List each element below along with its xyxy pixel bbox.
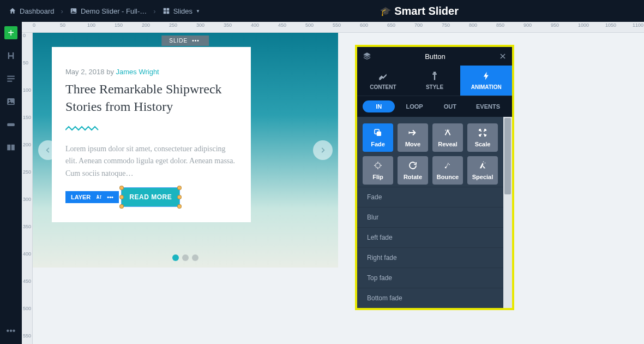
post-date: May 2, 2018 by: [65, 68, 116, 76]
selection-handle[interactable]: [177, 204, 182, 209]
scrollbar-thumb[interactable]: [504, 118, 511, 194]
add-layer-button[interactable]: +: [4, 26, 17, 39]
breadcrumb-slider[interactable]: Demo Slider - Full-…: [67, 5, 150, 17]
anim-scale-button[interactable]: Scale: [467, 123, 498, 152]
properties-panel: Button CONTENT STYLE ANIMATION IN LOOP O…: [355, 45, 514, 310]
breadcrumb-slider-label: Demo Slider - Full-…: [81, 7, 147, 15]
more-tools[interactable]: •••: [4, 324, 17, 337]
scrollbar[interactable]: [503, 117, 512, 308]
subtab-loop[interactable]: LOOP: [398, 100, 430, 112]
svg-rect-15: [432, 74, 437, 75]
read-more-button[interactable]: READ MORE: [122, 188, 179, 206]
tab-animation[interactable]: ANIMATION: [460, 66, 512, 96]
content-card[interactable]: May 2, 2018 by James Wright Three Remark…: [52, 47, 251, 222]
animation-list: FadeBlurLeft fadeRight fadeTop fadeBotto…: [357, 187, 503, 308]
tab-style[interactable]: STYLE: [409, 66, 461, 96]
close-icon[interactable]: [499, 52, 507, 60]
flip-icon: [373, 161, 383, 170]
divider-zigzag: [65, 126, 237, 132]
anim-flip-button[interactable]: Flip: [363, 156, 393, 185]
breadcrumb-dashboard[interactable]: Dashboard: [5, 5, 58, 17]
selection-handle[interactable]: [177, 195, 182, 199]
layers-icon[interactable]: [363, 52, 371, 61]
slide-badge-label: SLIDE: [169, 38, 188, 44]
anim-rotate-label: Rotate: [404, 174, 422, 180]
layer-tag[interactable]: LAYER •••: [65, 191, 119, 203]
dot-2[interactable]: [182, 254, 189, 261]
breadcrumb-dashboard-label: Dashboard: [20, 7, 55, 15]
row-tool[interactable]: [4, 141, 17, 154]
animation-list-item[interactable]: Right fade: [357, 247, 503, 268]
chevron-down-icon: ▼: [196, 9, 200, 14]
dot-1[interactable]: [172, 254, 179, 261]
home-icon: [9, 7, 16, 15]
anim-move-button[interactable]: Move: [398, 123, 428, 152]
svg-rect-4: [163, 11, 166, 14]
font-icon: [95, 194, 103, 200]
heading-tool[interactable]: [4, 49, 17, 62]
anim-special-button[interactable]: Special: [467, 156, 498, 185]
chevron-right-icon: ›: [152, 7, 157, 15]
fade-icon: [373, 128, 383, 138]
anim-scale-label: Scale: [475, 141, 491, 147]
logo-text: Smart Slider: [394, 5, 459, 17]
svg-rect-16: [434, 75, 435, 80]
post-author[interactable]: James Wright: [116, 68, 159, 76]
ruler-vertical: 050100150200250300350400450500550600: [22, 33, 33, 344]
grid-icon: [162, 7, 170, 15]
svg-point-21: [445, 167, 447, 168]
selection-handle[interactable]: [177, 186, 182, 190]
svg-rect-13: [11, 145, 15, 151]
animation-list-item[interactable]: Fade: [357, 187, 503, 207]
slide-canvas[interactable]: SLIDE ••• May 2, 2018 by James Wright Th…: [33, 33, 338, 268]
anim-reveal-label: Reveal: [438, 141, 457, 147]
anim-rotate-button[interactable]: Rotate: [398, 156, 428, 185]
breadcrumb-slides-label: Slides: [173, 7, 192, 15]
logo: 🎓 Smart Slider: [380, 5, 459, 17]
svg-rect-3: [166, 8, 169, 11]
image-icon: [70, 7, 77, 15]
anim-fade-button[interactable]: Fade: [363, 123, 393, 152]
pagination-dots[interactable]: [172, 254, 198, 261]
dots-icon: •••: [192, 38, 200, 44]
animation-list-item[interactable]: Blur: [357, 207, 503, 227]
scale-icon: [478, 128, 487, 138]
anim-flip-label: Flip: [372, 174, 383, 180]
move-icon: [408, 128, 418, 138]
svg-rect-14: [434, 72, 436, 74]
text-tool[interactable]: [4, 72, 17, 85]
anim-bounce-button[interactable]: Bounce: [432, 156, 463, 185]
subtab-events[interactable]: EVENTS: [470, 100, 507, 112]
anim-special-label: Special: [472, 174, 493, 180]
anim-move-label: Move: [405, 141, 420, 147]
animation-list-item[interactable]: Left fade: [357, 227, 503, 247]
slide-badge[interactable]: SLIDE •••: [161, 35, 209, 46]
animation-list-item[interactable]: Top fade: [357, 268, 503, 288]
svg-rect-5: [166, 11, 169, 14]
subtab-out[interactable]: OUT: [434, 100, 466, 112]
svg-rect-20: [376, 163, 380, 168]
ruler-horizontal: 0501001502002503003504004505005506006507…: [22, 22, 644, 33]
button-tool[interactable]: [4, 118, 17, 131]
subtab-in[interactable]: IN: [363, 100, 395, 112]
svg-rect-12: [7, 145, 10, 151]
anim-fade-label: Fade: [371, 141, 385, 147]
next-arrow[interactable]: [313, 140, 333, 160]
tab-style-label: STYLE: [426, 84, 443, 90]
rotate-icon: [408, 161, 418, 170]
selection-handle[interactable]: [119, 204, 124, 209]
svg-rect-8: [7, 81, 12, 82]
sidebar: + •••: [0, 22, 22, 344]
special-icon: [478, 161, 487, 170]
image-tool[interactable]: [4, 95, 17, 108]
svg-point-10: [9, 100, 10, 102]
breadcrumb-slides[interactable]: Slides ▼: [159, 5, 203, 17]
dot-3[interactable]: [192, 254, 198, 261]
panel-title: Button: [371, 52, 499, 61]
svg-rect-7: [7, 78, 15, 79]
svg-rect-2: [163, 8, 166, 11]
tab-content[interactable]: CONTENT: [357, 66, 409, 96]
chevron-right-icon: ›: [60, 7, 64, 15]
anim-reveal-button[interactable]: Reveal: [432, 123, 463, 152]
animation-list-item[interactable]: Bottom fade: [357, 288, 503, 308]
